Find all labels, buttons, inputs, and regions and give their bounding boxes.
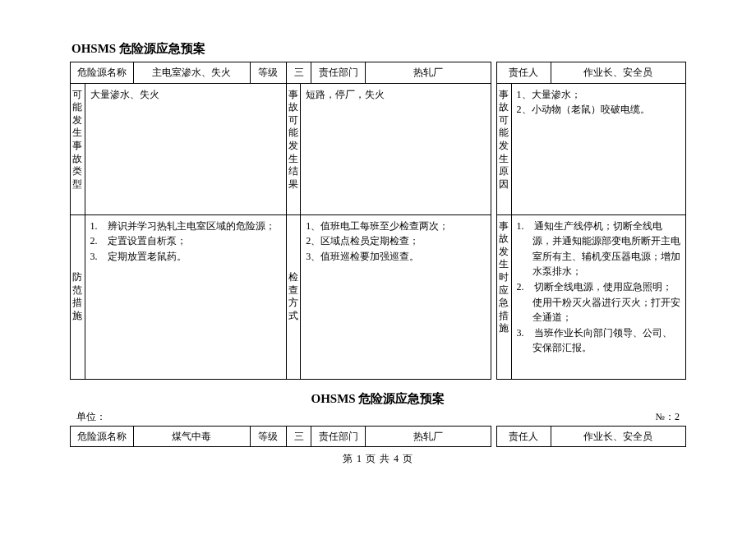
unit-label: 单位： <box>76 410 106 424</box>
doc-number: №：2 <box>656 410 680 424</box>
r2-v1-label: 防范措施 <box>71 214 85 379</box>
h2-grade-label: 等级 <box>250 426 286 447</box>
r1-v2-label: 事故可能发生结果 <box>286 83 301 214</box>
r2-v2-label: 检查方式 <box>286 214 301 379</box>
r1-v3-label: 事故可能发生原因 <box>497 83 512 214</box>
h1-dept-value: 热轧厂 <box>366 62 491 84</box>
body-table-1: 可能发生事故类型 大量渗水、失火 事故可能发生结果 短路，停厂，失火 事故可能发… <box>70 83 686 380</box>
r2-v1-content: 1. 辨识并学习热轧主电室区域的危险源； 2. 定置设置自析泵； 3. 定期放置… <box>85 214 286 379</box>
h2-name-value: 煤气中毒 <box>133 426 250 447</box>
r1-v2-content: 短路，停厂，失火 <box>301 83 491 214</box>
r2-v2-content: 1、值班电工每班至少检查两次； 2、区域点检员定期检查； 3、值班巡检要加强巡查… <box>301 214 491 379</box>
page-number: 第 1 页 共 4 页 <box>70 452 686 466</box>
h1-name-value: 主电室渗水、失火 <box>133 62 250 84</box>
r1-v1-content: 大量渗水、失火 <box>85 83 286 214</box>
header-table-2: 危险源名称 煤气中毒 等级 三 责任部门 热轧厂 责任人 作业长、安全员 <box>70 426 686 448</box>
r2-v3-content: 1. 通知生产线停机；切断全线电源，并通知能源部变电所断开主电室所有主、辅机变压… <box>511 214 685 379</box>
h1-grade-value: 三 <box>286 62 311 84</box>
h2-grade-value: 三 <box>286 426 311 447</box>
h1-grade-label: 等级 <box>250 62 286 84</box>
meta-row-2: 单位： №：2 <box>70 410 686 424</box>
doc-title-2: OHSMS 危险源应急预案 <box>70 391 686 407</box>
h1-name-label: 危险源名称 <box>71 62 134 84</box>
h1-dept-label: 责任部门 <box>311 62 366 84</box>
r1-v1-label: 可能发生事故类型 <box>71 83 85 214</box>
r2-v3-label: 事故发生时应急措施 <box>497 214 512 379</box>
h2-dept-label: 责任部门 <box>311 426 366 447</box>
r1-v3-content: 1、大量渗水； 2、小动物（老鼠）咬破电缆。 <box>511 83 685 214</box>
h2-resp-label: 责任人 <box>496 426 551 447</box>
h2-dept-value: 热轧厂 <box>366 426 491 447</box>
header-table-1: 危险源名称 主电室渗水、失火 等级 三 责任部门 热轧厂 责任人 作业长、安全员 <box>70 62 686 84</box>
h2-resp-value: 作业长、安全员 <box>551 426 685 447</box>
doc-title-1: OHSMS 危险源应急预案 <box>71 41 686 57</box>
h1-resp-value: 作业长、安全员 <box>551 62 685 84</box>
h1-resp-label: 责任人 <box>496 62 551 84</box>
h2-name-label: 危险源名称 <box>71 426 134 447</box>
